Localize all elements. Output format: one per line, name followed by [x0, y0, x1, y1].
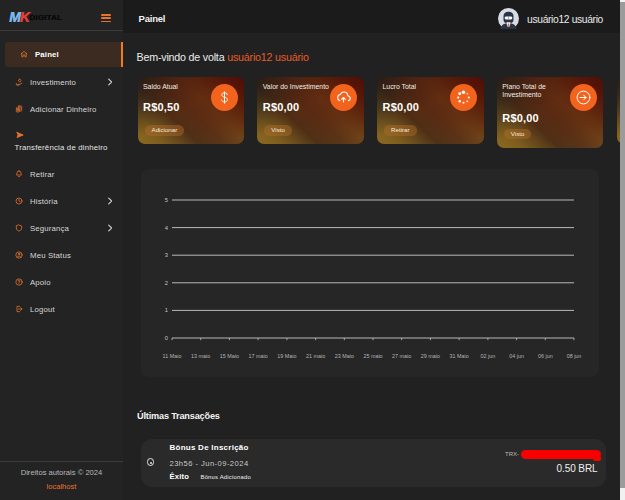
svg-text:08 jun: 08 jun: [567, 353, 582, 359]
svg-text:25 maio: 25 maio: [363, 353, 382, 359]
svg-text:0: 0: [165, 335, 168, 341]
svg-text:2: 2: [165, 280, 168, 286]
svg-text:5: 5: [165, 197, 168, 203]
svg-text:19 Maio: 19 Maio: [277, 353, 296, 359]
svg-text:15 Maio: 15 Maio: [220, 353, 239, 359]
svg-text:13 maio: 13 maio: [191, 353, 210, 359]
svg-text:04 jun: 04 jun: [509, 353, 524, 359]
svg-text:29 maio: 29 maio: [421, 353, 440, 359]
svg-text:06 jun: 06 jun: [538, 353, 553, 359]
svg-text:3: 3: [165, 252, 168, 258]
svg-text:4: 4: [165, 225, 169, 231]
svg-text:17 maio: 17 maio: [249, 353, 268, 359]
svg-text:31 Maio: 31 Maio: [450, 353, 469, 359]
svg-text:27 maio: 27 maio: [392, 353, 411, 359]
svg-text:21 maio: 21 maio: [306, 353, 325, 359]
svg-text:23 Maio: 23 Maio: [335, 353, 354, 359]
svg-text:11 Maio: 11 Maio: [163, 353, 182, 359]
svg-text:02 jun: 02 jun: [481, 353, 496, 359]
svg-text:1: 1: [165, 307, 168, 313]
